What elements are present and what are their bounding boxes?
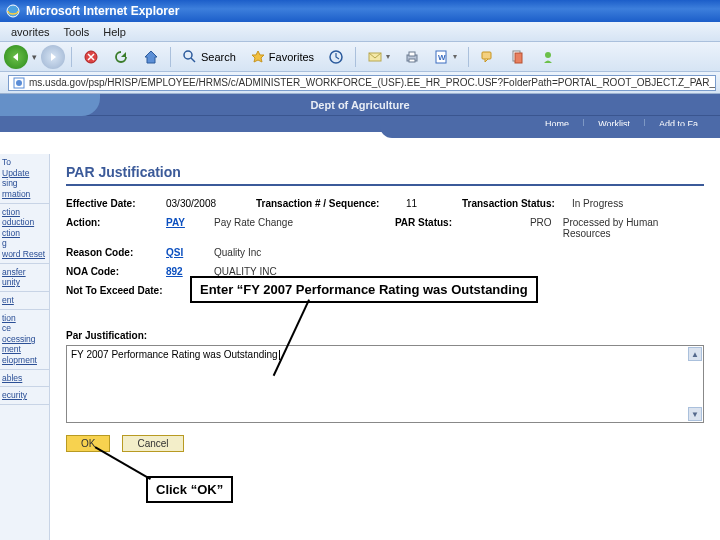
sidebar-item[interactable]: unity [2, 277, 47, 288]
ie-menu-bar: avorites Tools Help [0, 22, 720, 42]
sidebar-item[interactable]: ocessing [2, 334, 47, 345]
print-button[interactable] [399, 47, 425, 67]
page-icon [13, 77, 25, 89]
nte-label: Not To Exceed Date: [66, 285, 196, 296]
sidebar-item[interactable]: To [2, 157, 47, 168]
txn-label: Transaction # / Sequence: [256, 198, 406, 209]
callout-enter-text: Enter “FY 2007 Performance Rating was Ou… [190, 276, 538, 303]
sidebar-item[interactable]: ment [2, 344, 47, 355]
svg-rect-10 [482, 52, 491, 59]
scroll-up-icon[interactable]: ▲ [688, 347, 702, 361]
text-caret [279, 350, 280, 360]
callout-click-ok: Click “OK” [146, 476, 233, 503]
sidebar-item[interactable]: sing [2, 178, 47, 189]
search-button[interactable]: Search [177, 47, 241, 67]
reason-label: Reason Code: [66, 247, 166, 258]
ie-toolbar: ▾ Search Favorites ▾ W ▾ [0, 42, 720, 72]
back-dropdown[interactable]: ▾ [32, 52, 37, 62]
menu-tools[interactable]: Tools [57, 26, 97, 38]
svg-point-2 [184, 51, 192, 59]
address-input[interactable]: ms.usda.gov/psp/HRISP/EMPLOYEE/HRMS/c/AD… [8, 75, 716, 91]
menu-help[interactable]: Help [96, 26, 133, 38]
sidebar-item[interactable]: tion [2, 313, 47, 324]
ie-title-bar: Microsoft Internet Explorer [0, 0, 720, 22]
rule [66, 184, 704, 186]
par-justification-input[interactable]: FY 2007 Performance Rating was Outstandi… [66, 345, 704, 423]
txn-value: 11 [406, 198, 436, 209]
sidebar-item[interactable]: ecurity [2, 390, 47, 401]
favorites-button[interactable]: Favorites [245, 47, 319, 67]
action-code[interactable]: PAY [166, 217, 214, 228]
mail-button[interactable]: ▾ [362, 47, 395, 67]
forward-button [41, 45, 65, 69]
menu-favorites[interactable]: avorites [4, 26, 57, 38]
action-desc: Pay Rate Change [214, 217, 359, 228]
messenger-button[interactable] [535, 47, 561, 67]
sidebar-item[interactable]: ction [2, 228, 47, 239]
action-label: Action: [66, 217, 166, 228]
home-button[interactable] [138, 47, 164, 67]
sidebar-item[interactable]: Update [2, 168, 47, 179]
sidebar-item[interactable]: elopment [2, 355, 47, 366]
back-button[interactable] [4, 45, 28, 69]
ie-address-bar: ms.usda.gov/psp/HRISP/EMPLOYEE/HRMS/c/AD… [0, 72, 720, 94]
favorites-label: Favorites [269, 51, 314, 63]
svg-text:W: W [438, 53, 446, 62]
sidebar-item[interactable]: ansfer [2, 267, 47, 278]
address-text: ms.usda.gov/psp/HRISP/EMPLOYEE/HRMS/c/AD… [29, 77, 716, 88]
main-area: To Update sing rmation ction oduction ct… [0, 154, 720, 540]
window-title: Microsoft Internet Explorer [26, 4, 179, 18]
ie-logo-icon [6, 4, 20, 18]
page-title: PAR Justification [66, 164, 704, 180]
par-status-code: PRO [530, 217, 563, 228]
app-title: Dept of Agriculture [310, 99, 409, 111]
portal-curve [0, 132, 720, 154]
txn-status-label: Transaction Status: [462, 198, 572, 209]
sidebar-item[interactable]: ce [2, 323, 47, 334]
search-label: Search [201, 51, 236, 63]
edit-button[interactable]: W ▾ [429, 47, 462, 67]
scroll-down-icon[interactable]: ▼ [688, 407, 702, 421]
txn-status-value: In Progress [572, 198, 623, 209]
sidebar: To Update sing rmation ction oduction ct… [0, 154, 50, 540]
svg-point-0 [7, 5, 19, 17]
eff-date-value: 03/30/2008 [166, 198, 256, 209]
par-justification-label: Par Justification: [66, 330, 704, 341]
history-button[interactable] [323, 47, 349, 67]
sidebar-item[interactable]: g [2, 238, 47, 249]
sidebar-item[interactable]: ction [2, 207, 47, 218]
ok-button[interactable]: OK [66, 435, 110, 452]
content: PAR Justification Effective Date: 03/30/… [50, 154, 720, 540]
refresh-button[interactable] [108, 47, 134, 67]
sidebar-item[interactable]: ent [2, 295, 47, 306]
svg-rect-12 [515, 53, 522, 63]
cancel-button[interactable]: Cancel [122, 435, 183, 452]
sidebar-item[interactable]: ables [2, 373, 47, 384]
stop-button[interactable] [78, 47, 104, 67]
par-justification-value: FY 2007 Performance Rating was Outstandi… [71, 349, 278, 360]
sidebar-item[interactable]: word Reset [2, 249, 47, 260]
par-status-label: PAR Status: [395, 217, 530, 228]
app-header: Dept of Agriculture [0, 94, 720, 116]
svg-rect-7 [409, 59, 415, 62]
discuss-button[interactable] [475, 47, 501, 67]
svg-rect-6 [409, 52, 415, 56]
reason-code[interactable]: QSI [166, 247, 214, 258]
par-status-desc: Processed by Human Resources [563, 217, 704, 239]
eff-date-label: Effective Date: [66, 198, 166, 209]
sidebar-item[interactable]: oduction [2, 217, 47, 228]
research-button[interactable] [505, 47, 531, 67]
svg-point-13 [545, 52, 551, 58]
noa-label: NOA Code: [66, 266, 166, 277]
sidebar-item[interactable]: rmation [2, 189, 47, 200]
svg-point-15 [16, 80, 22, 86]
reason-desc: Quality Inc [214, 247, 261, 258]
